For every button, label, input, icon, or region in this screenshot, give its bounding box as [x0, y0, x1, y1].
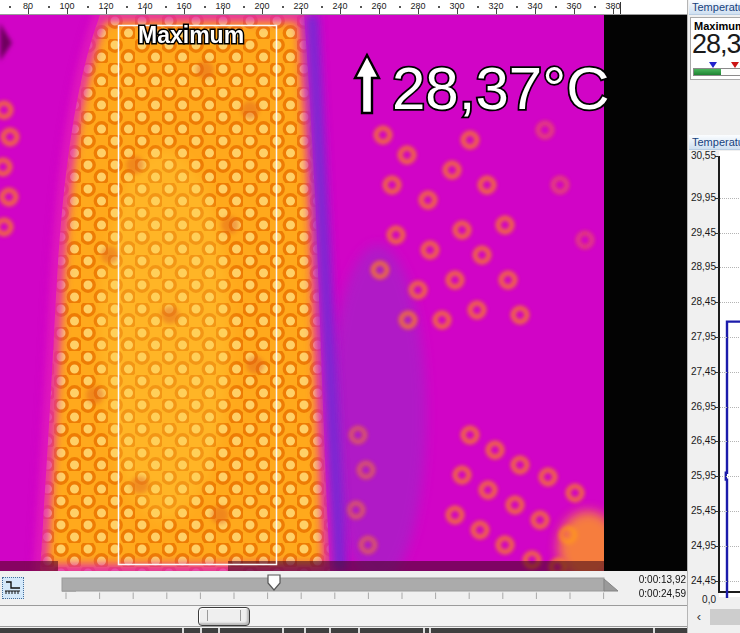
chart-y-tick-label: 30,55: [688, 150, 716, 161]
chart-y-tick-label: 27,45: [688, 366, 716, 377]
chevron-left-icon[interactable]: ‹: [689, 607, 709, 627]
ruler-unit-label: 180: [210, 1, 236, 11]
gauge-bar: [693, 68, 740, 76]
ruler-unit-label: 360: [561, 1, 587, 11]
chart-y-tick-label: 24,45: [688, 575, 716, 586]
ruler-unit-label: 300: [444, 1, 470, 11]
ruler-unit-label: 320: [483, 1, 509, 11]
ruler-unit-label: 280: [405, 1, 431, 11]
image-black-margin: [604, 15, 688, 571]
chart-y-tick-label: 27,95: [688, 331, 716, 342]
gauge-bar-fill: [694, 69, 721, 75]
chart-y-tick-label: 26,95: [688, 401, 716, 412]
timeline-mode-button[interactable]: [2, 577, 24, 599]
ruler-unit-label: 340: [522, 1, 548, 11]
chart-y-tick-label: 25,95: [688, 470, 716, 481]
ruler-unit-label: 100: [54, 1, 80, 11]
chart-horizontal-scrollbar[interactable]: ‹: [689, 607, 740, 627]
thermal-analysis-window: 8010012014016018020022024026028030032034…: [0, 0, 740, 633]
chart-y-tick-label: 29,95: [688, 192, 716, 203]
gauge-value: 28,37: [692, 29, 740, 60]
ruler-unit-label: 120: [93, 1, 119, 11]
scrollbar-thumb[interactable]: [198, 607, 250, 626]
chart-y-tick-label: 25,45: [688, 505, 716, 516]
chart-y-tick-label: 28,45: [688, 296, 716, 307]
max-temperature-annotation: 28,37°C: [392, 55, 609, 122]
ruler-unit-label: 140: [132, 1, 158, 11]
ruler-unit-label: 160: [171, 1, 197, 11]
bottom-dock-edge: [0, 628, 740, 633]
chart-curve: [719, 156, 740, 598]
chart-y-tick-label: 26,45: [688, 435, 716, 446]
chart-scrollbar-thumb[interactable]: [710, 609, 740, 625]
chart-panel-header: Temperatu: [689, 135, 740, 150]
thermal-image-canvas[interactable]: Maximum 28,37°C: [0, 15, 688, 571]
ruler-unit-label: 200: [249, 1, 275, 11]
roi-label: Maximum: [138, 22, 244, 48]
ruler-unit-label: 260: [366, 1, 392, 11]
current-time: 0:00:13,92: [616, 573, 686, 587]
temperature-chart: 0,0 30,5529,9529,4528,9528,4527,9527,452…: [688, 151, 740, 606]
ruler-unit-label: 80: [15, 1, 41, 11]
ruler-unit-label: 380: [600, 1, 626, 11]
gauge-panel-header: Temperatu: [689, 0, 740, 15]
timeline-bar: 0:00:13,92 0:00:24,59: [0, 571, 688, 606]
total-time: 0:00:24,59: [616, 587, 686, 601]
ruler-unit-label: 220: [288, 1, 314, 11]
horizontal-ruler: 8010012014016018020022024026028030032034…: [0, 0, 688, 15]
chart-x-origin-label: 0,0: [696, 594, 716, 605]
ruler-unit-label: 240: [327, 1, 353, 11]
timeline-ticks: [66, 593, 604, 600]
chart-y-tick-label: 24,95: [688, 540, 716, 551]
timeline-timestamps: 0:00:13,92 0:00:24,59: [616, 573, 686, 600]
timeline-graph-icon: [4, 579, 22, 595]
timeline-track[interactable]: [62, 578, 604, 591]
max-temperature-gauge: Maximum 28,37: [690, 17, 740, 80]
chart-y-tick-label: 29,45: [688, 227, 716, 238]
thermal-image: Maximum 28,37°C: [0, 15, 688, 571]
chart-y-tick-label: 28,95: [688, 261, 716, 272]
image-horizontal-scrollbar[interactable]: [0, 606, 740, 627]
right-dock-panel: Temperatu Maximum 28,37 Temperatu 0,0 30…: [687, 0, 740, 633]
timeline-track-svg: [0, 571, 688, 605]
